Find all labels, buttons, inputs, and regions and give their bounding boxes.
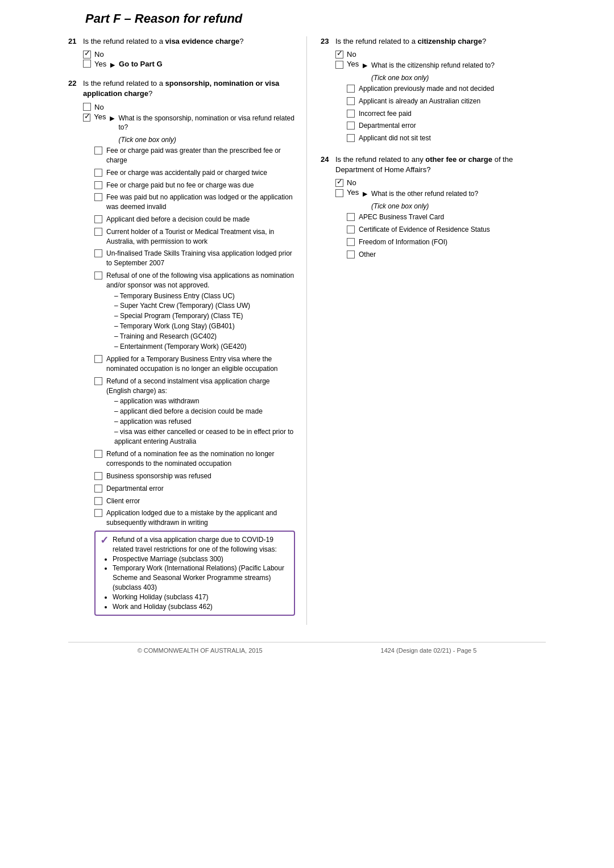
- q24-options-list: APEC Business Travel Card Certificate of…: [347, 212, 546, 259]
- q22-cb-22h[interactable]: [94, 272, 102, 279]
- q21-yes-checkbox[interactable]: [83, 60, 91, 68]
- q24-cb-24d[interactable]: [347, 251, 355, 258]
- q23-option-23d: Departmental error: [347, 121, 546, 131]
- q22-no-checkbox[interactable]: [83, 103, 91, 111]
- footer-copyright: © COMMONWEALTH OF AUSTRALIA, 2015: [138, 647, 263, 654]
- q22-cb-22d[interactable]: [94, 193, 102, 201]
- q22-yes-checkbox[interactable]: [83, 114, 90, 122]
- q22-option-22e: Applicant died before a decision could b…: [94, 215, 295, 224]
- q21-number: 21: [68, 37, 83, 45]
- q22-cb-22a[interactable]: [94, 147, 102, 155]
- q21-text: Is the refund related to a visa evidence…: [83, 36, 295, 47]
- q22-cb-22l[interactable]: [94, 472, 102, 480]
- q23-cb-23d[interactable]: [347, 122, 355, 130]
- q22-option-22h: Refusal of one of the following visa app…: [94, 271, 295, 352]
- q23-no-label: No: [347, 50, 356, 59]
- q24-cb-24b[interactable]: [347, 226, 355, 233]
- q22-sub-label: What is the sponsorship, nomination or v…: [118, 114, 295, 133]
- q22-option-22f: Current holder of a Tourist or Medical T…: [94, 227, 295, 247]
- q22-option-22k: Refund of a nomination fee as the nomina…: [94, 449, 295, 469]
- q22-cb-22o[interactable]: [94, 509, 102, 517]
- q22-number: 22: [68, 79, 83, 87]
- q24-text: Is the refund related to any other fee o…: [335, 155, 546, 175]
- q22-option-22j: Refund of a second instalment visa appli…: [94, 377, 295, 447]
- q22-option-22b: Fee or charge was accidentally paid or c…: [94, 168, 295, 178]
- q22-cb-22f[interactable]: [94, 228, 102, 236]
- q24-no-label: No: [347, 178, 356, 187]
- q23-option-23a: Application previously made and not deci…: [347, 84, 546, 94]
- q22-option-22i: Applied for a Temporary Business Entry v…: [94, 354, 295, 374]
- q22-yes-label: Yes: [94, 112, 106, 121]
- q24-option-24c: Freedom of Information (FOI): [347, 237, 546, 247]
- q22-cb-22m[interactable]: [94, 485, 102, 493]
- q23-cb-23b[interactable]: [347, 97, 355, 105]
- q22-cb-22e[interactable]: [94, 215, 102, 223]
- q23-sub-label: What is the citizenship refund related t…: [371, 61, 495, 70]
- q22-cb-22b[interactable]: [94, 169, 102, 177]
- q22-sub-italic: (Tick one box only): [118, 136, 295, 144]
- q24-yes-checkbox[interactable]: [335, 189, 343, 197]
- q22-option-22a: Fee or charge paid was greater than the …: [94, 146, 295, 165]
- q22-option-22c: Fee or charge paid but no fee or charge …: [94, 181, 295, 190]
- q22-cb-22i[interactable]: [94, 355, 102, 363]
- q22-highlighted-checkmark[interactable]: ✓: [100, 534, 109, 546]
- q22-highlighted-option: ✓ Refund of a visa application charge du…: [94, 531, 295, 616]
- q23-option-23c: Incorrect fee paid: [347, 109, 546, 119]
- footer-page-number: 1424 (Design date 02/21) - Page 5: [381, 647, 477, 654]
- q22-cb-22c[interactable]: [94, 181, 102, 189]
- page-footer: © COMMONWEALTH OF AUSTRALIA, 2015 1424 (…: [68, 642, 546, 654]
- q21-arrow-icon: ►: [109, 60, 117, 69]
- q23-cb-23e[interactable]: [347, 134, 355, 142]
- q24-sub-label: What is the other refund related to?: [371, 189, 478, 199]
- question-24: 24 Is the refund related to any other fe…: [321, 155, 546, 259]
- q22-highlighted-text: Refund of a visa application charge due …: [113, 535, 289, 611]
- q23-text: Is the refund related to a citizenship c…: [335, 36, 546, 47]
- q22-option-22g: Un-finalised Trade Skills Training visa …: [94, 249, 295, 268]
- q22-cb-22k[interactable]: [94, 450, 102, 458]
- q23-yes-label: Yes: [347, 60, 359, 68]
- q23-option-23e: Applicant did not sit test: [347, 133, 546, 143]
- q23-cb-23c[interactable]: [347, 110, 355, 118]
- q22-option-22m: Departmental error: [94, 484, 295, 494]
- q23-cb-23a[interactable]: [347, 85, 355, 93]
- q22-option-22d: Fee was paid but no application was lodg…: [94, 193, 295, 212]
- q24-option-24a: APEC Business Travel Card: [347, 212, 546, 222]
- q22-cb-22n[interactable]: [94, 497, 102, 505]
- q24-sub-italic: (Tick one box only): [371, 202, 478, 210]
- question-22: 22 Is the refund related to a sponsorshi…: [68, 78, 295, 616]
- q21-go-to: Go to Part G: [119, 60, 163, 68]
- q24-arrow-icon: ►: [361, 189, 369, 198]
- q22-options-list: Fee or charge paid was greater than the …: [94, 146, 295, 528]
- q23-number: 23: [321, 37, 335, 45]
- q22-no-label: No: [94, 103, 104, 111]
- q22-text: Is the refund related to a sponsorship, …: [83, 78, 295, 99]
- q24-number: 24: [321, 155, 335, 164]
- q23-arrow-icon: ►: [361, 61, 369, 70]
- q24-cb-24c[interactable]: [347, 238, 355, 246]
- q22-option-22o: Application lodged due to a mistake by t…: [94, 508, 295, 528]
- question-21: 21 Is the refund related to a visa evide…: [68, 36, 295, 69]
- q23-no-checkbox[interactable]: [335, 51, 343, 59]
- q22-option-22l: Business sponsorship was refused: [94, 471, 295, 481]
- question-23: 23 Is the refund related to a citizenshi…: [321, 36, 546, 143]
- q22-cb-22g[interactable]: [94, 249, 102, 257]
- q21-no-checkbox[interactable]: [83, 51, 91, 59]
- q24-option-24d: Other: [347, 250, 546, 260]
- q24-no-checkbox[interactable]: [335, 179, 343, 187]
- q22-arrow-icon: ►: [109, 114, 117, 123]
- q23-option-23b: Applicant is already an Australian citiz…: [347, 97, 546, 106]
- q24-cb-24a[interactable]: [347, 213, 355, 221]
- q23-sub-italic: (Tick one box only): [371, 74, 495, 82]
- q24-option-24b: Certificate of Evidence of Residence Sta…: [347, 225, 546, 235]
- page-title: Part F – Reason for refund: [68, 11, 546, 26]
- q22-option-22n: Client error: [94, 496, 295, 506]
- q24-yes-label: Yes: [347, 188, 359, 197]
- q23-options-list: Application previously made and not deci…: [347, 84, 546, 143]
- q22-cb-22j[interactable]: [94, 377, 102, 385]
- q21-yes-label: Yes: [94, 60, 106, 68]
- q23-yes-checkbox[interactable]: [335, 61, 343, 69]
- q21-no-label: No: [94, 50, 104, 59]
